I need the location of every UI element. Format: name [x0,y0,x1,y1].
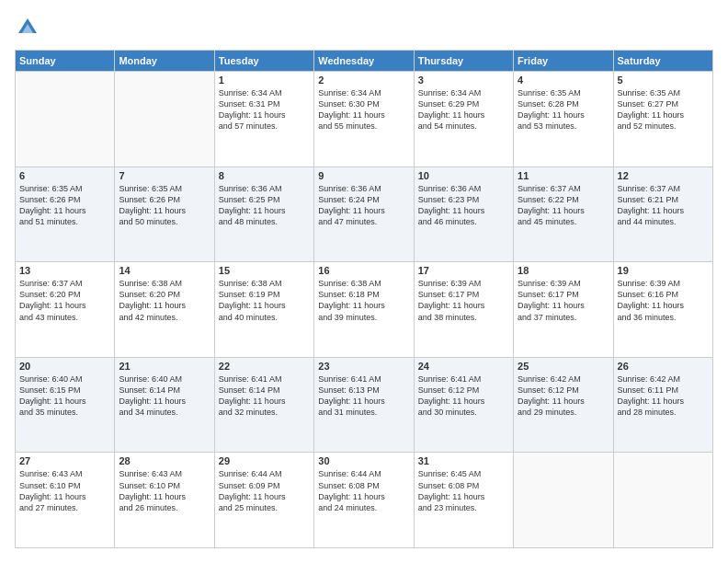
header [15,15,713,40]
day-number: 4 [518,75,609,86]
calendar-cell: 8Sunrise: 6:36 AM Sunset: 6:25 PM Daylig… [214,167,313,262]
calendar-cell: 7Sunrise: 6:35 AM Sunset: 6:26 PM Daylig… [115,167,214,262]
cell-content: Sunrise: 6:35 AM Sunset: 6:28 PM Dayligh… [518,87,609,132]
cell-content: Sunrise: 6:37 AM Sunset: 6:20 PM Dayligh… [19,278,110,323]
day-number: 24 [418,361,509,372]
day-number: 13 [19,265,110,276]
calendar-body: 1Sunrise: 6:34 AM Sunset: 6:31 PM Daylig… [16,72,713,548]
cell-content: Sunrise: 6:41 AM Sunset: 6:14 PM Dayligh… [219,373,310,419]
calendar-cell: 12Sunrise: 6:37 AM Sunset: 6:21 PM Dayli… [613,167,712,262]
cell-content: Sunrise: 6:38 AM Sunset: 6:19 PM Dayligh… [219,278,310,323]
calendar-cell: 18Sunrise: 6:39 AM Sunset: 6:17 PM Dayli… [514,262,613,358]
calendar-cell: 19Sunrise: 6:39 AM Sunset: 6:16 PM Dayli… [613,262,712,358]
calendar-cell: 2Sunrise: 6:34 AM Sunset: 6:30 PM Daylig… [314,72,414,167]
cell-content: Sunrise: 6:38 AM Sunset: 6:18 PM Dayligh… [318,278,409,323]
cell-content: Sunrise: 6:42 AM Sunset: 6:11 PM Dayligh… [618,373,709,419]
day-number: 7 [119,170,210,181]
cell-content: Sunrise: 6:44 AM Sunset: 6:08 PM Dayligh… [318,468,409,513]
day-number: 23 [318,361,409,372]
cell-content: Sunrise: 6:41 AM Sunset: 6:13 PM Dayligh… [318,373,409,419]
col-header-wednesday: Wednesday [314,51,414,72]
day-number: 25 [518,361,609,372]
calendar-cell: 1Sunrise: 6:34 AM Sunset: 6:31 PM Daylig… [214,72,313,167]
page: SundayMondayTuesdayWednesdayThursdayFrid… [0,0,728,563]
calendar-cell [514,453,613,548]
calendar-cell: 27Sunrise: 6:43 AM Sunset: 6:10 PM Dayli… [16,453,115,548]
cell-content: Sunrise: 6:37 AM Sunset: 6:21 PM Dayligh… [618,183,709,228]
day-number: 10 [418,170,509,181]
day-number: 26 [618,361,709,372]
day-number: 20 [19,361,110,372]
day-number: 29 [219,455,310,466]
calendar-cell [613,453,712,548]
cell-content: Sunrise: 6:39 AM Sunset: 6:16 PM Dayligh… [618,278,709,323]
header-row: SundayMondayTuesdayWednesdayThursdayFrid… [16,51,713,72]
day-number: 6 [19,170,110,181]
day-number: 15 [219,265,310,276]
day-number: 17 [418,265,509,276]
cell-content: Sunrise: 6:36 AM Sunset: 6:25 PM Dayligh… [219,183,310,228]
calendar-cell: 17Sunrise: 6:39 AM Sunset: 6:17 PM Dayli… [414,262,513,358]
calendar-cell: 16Sunrise: 6:38 AM Sunset: 6:18 PM Dayli… [314,262,414,358]
day-number: 22 [219,361,310,372]
day-number: 21 [119,361,210,372]
calendar-cell: 9Sunrise: 6:36 AM Sunset: 6:24 PM Daylig… [314,167,414,262]
day-number: 14 [119,265,210,276]
calendar-cell: 11Sunrise: 6:37 AM Sunset: 6:22 PM Dayli… [514,167,613,262]
cell-content: Sunrise: 6:35 AM Sunset: 6:26 PM Dayligh… [19,183,110,228]
calendar-cell: 14Sunrise: 6:38 AM Sunset: 6:20 PM Dayli… [115,262,214,358]
calendar-cell: 23Sunrise: 6:41 AM Sunset: 6:13 PM Dayli… [314,357,414,453]
day-number: 5 [618,75,709,86]
calendar-cell: 28Sunrise: 6:43 AM Sunset: 6:10 PM Dayli… [115,453,214,548]
calendar-cell: 24Sunrise: 6:41 AM Sunset: 6:12 PM Dayli… [414,357,513,453]
week-row-3: 20Sunrise: 6:40 AM Sunset: 6:15 PM Dayli… [16,357,713,453]
calendar-cell: 3Sunrise: 6:34 AM Sunset: 6:29 PM Daylig… [414,72,513,167]
calendar-cell: 6Sunrise: 6:35 AM Sunset: 6:26 PM Daylig… [16,167,115,262]
calendar-cell: 30Sunrise: 6:44 AM Sunset: 6:08 PM Dayli… [314,453,414,548]
calendar-cell [16,72,115,167]
cell-content: Sunrise: 6:34 AM Sunset: 6:31 PM Dayligh… [219,87,310,132]
calendar-cell: 29Sunrise: 6:44 AM Sunset: 6:09 PM Dayli… [214,453,313,548]
cell-content: Sunrise: 6:34 AM Sunset: 6:30 PM Dayligh… [318,87,409,132]
day-number: 8 [219,170,310,181]
day-number: 18 [518,265,609,276]
cell-content: Sunrise: 6:36 AM Sunset: 6:23 PM Dayligh… [418,183,509,228]
col-header-tuesday: Tuesday [214,51,313,72]
cell-content: Sunrise: 6:40 AM Sunset: 6:14 PM Dayligh… [119,373,210,419]
week-row-4: 27Sunrise: 6:43 AM Sunset: 6:10 PM Dayli… [16,453,713,548]
day-number: 3 [418,75,509,86]
cell-content: Sunrise: 6:40 AM Sunset: 6:15 PM Dayligh… [19,373,110,419]
day-number: 11 [518,170,609,181]
col-header-thursday: Thursday [414,51,513,72]
calendar-cell: 5Sunrise: 6:35 AM Sunset: 6:27 PM Daylig… [613,72,712,167]
cell-content: Sunrise: 6:42 AM Sunset: 6:12 PM Dayligh… [518,373,609,419]
calendar-cell: 4Sunrise: 6:35 AM Sunset: 6:28 PM Daylig… [514,72,613,167]
logo [15,15,44,40]
day-number: 2 [318,75,409,86]
week-row-1: 6Sunrise: 6:35 AM Sunset: 6:26 PM Daylig… [16,167,713,262]
calendar-cell: 31Sunrise: 6:45 AM Sunset: 6:08 PM Dayli… [414,453,513,548]
cell-content: Sunrise: 6:34 AM Sunset: 6:29 PM Dayligh… [418,87,509,132]
cell-content: Sunrise: 6:38 AM Sunset: 6:20 PM Dayligh… [119,278,210,323]
col-header-saturday: Saturday [613,51,712,72]
week-row-0: 1Sunrise: 6:34 AM Sunset: 6:31 PM Daylig… [16,72,713,167]
col-header-monday: Monday [115,51,214,72]
day-number: 30 [318,455,409,466]
calendar-cell: 21Sunrise: 6:40 AM Sunset: 6:14 PM Dayli… [115,357,214,453]
cell-content: Sunrise: 6:35 AM Sunset: 6:26 PM Dayligh… [119,183,210,228]
day-number: 27 [19,455,110,466]
cell-content: Sunrise: 6:44 AM Sunset: 6:09 PM Dayligh… [219,468,310,513]
cell-content: Sunrise: 6:43 AM Sunset: 6:10 PM Dayligh… [119,468,210,513]
calendar-cell: 13Sunrise: 6:37 AM Sunset: 6:20 PM Dayli… [16,262,115,358]
calendar-cell [115,72,214,167]
day-number: 19 [618,265,709,276]
cell-content: Sunrise: 6:37 AM Sunset: 6:22 PM Dayligh… [518,183,609,228]
cell-content: Sunrise: 6:41 AM Sunset: 6:12 PM Dayligh… [418,373,509,419]
day-number: 16 [318,265,409,276]
cell-content: Sunrise: 6:39 AM Sunset: 6:17 PM Dayligh… [418,278,509,323]
calendar-cell: 15Sunrise: 6:38 AM Sunset: 6:19 PM Dayli… [214,262,313,358]
calendar: SundayMondayTuesdayWednesdayThursdayFrid… [15,50,713,548]
calendar-cell: 10Sunrise: 6:36 AM Sunset: 6:23 PM Dayli… [414,167,513,262]
calendar-cell: 25Sunrise: 6:42 AM Sunset: 6:12 PM Dayli… [514,357,613,453]
cell-content: Sunrise: 6:43 AM Sunset: 6:10 PM Dayligh… [19,468,110,513]
